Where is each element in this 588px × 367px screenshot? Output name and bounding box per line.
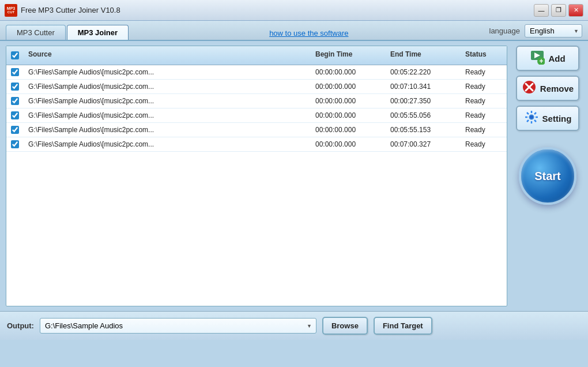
header-check <box>6 48 24 62</box>
add-button[interactable]: + Add <box>516 46 579 71</box>
setting-label: Setting <box>542 114 572 123</box>
header-status: Status <box>461 48 507 62</box>
row-check-cell <box>6 94 24 108</box>
file-table: Source Begin Time End Time Status G:\Fil… <box>6 46 507 306</box>
title-bar: MP3 CUT Free MP3 Cutter Joiner V10.8 — ❐… <box>0 0 588 21</box>
main-content: Source Begin Time End Time Status G:\Fil… <box>0 41 588 311</box>
row-begin-time-3: 00:00:00.000 <box>311 108 386 122</box>
header-begin-time: Begin Time <box>311 48 386 62</box>
svg-text:+: + <box>540 57 544 65</box>
language-select-wrapper: English Chinese French German Spanish <box>525 24 582 38</box>
row-status-0: Ready <box>461 65 507 79</box>
row-checkbox-3[interactable] <box>11 111 19 119</box>
remove-icon <box>522 80 537 98</box>
row-checkbox-0[interactable] <box>11 68 19 76</box>
row-checkbox-4[interactable] <box>11 126 19 134</box>
app-logo: MP3 CUT <box>5 4 17 17</box>
language-select[interactable]: English Chinese French German Spanish <box>525 24 582 38</box>
row-begin-time-5: 00:00:00.000 <box>311 137 386 151</box>
row-end-time-4: 00:05:55.153 <box>386 123 461 137</box>
table-row[interactable]: G:\Files\Sample Audios\[music2pc.com... … <box>6 94 507 108</box>
bottom-bar: Output: Browse Find Target <box>0 311 588 340</box>
row-status-3: Ready <box>461 108 507 122</box>
add-icon: + <box>530 50 545 68</box>
window-controls: — ❐ ✕ <box>534 4 583 17</box>
row-end-time-0: 00:05:22.220 <box>386 65 461 79</box>
output-path-wrapper <box>40 318 316 334</box>
row-end-time-1: 00:07:10.341 <box>386 80 461 93</box>
start-button[interactable]: Start <box>519 147 576 205</box>
row-checkbox-1[interactable] <box>11 83 19 91</box>
table-body: G:\Files\Sample Audios\[music2pc.com... … <box>6 65 507 152</box>
tab-bar: MP3 Cutter MP3 Joiner how to use the sof… <box>0 21 588 41</box>
row-source-5: G:\Files\Sample Audios\[music2pc.com... <box>24 137 311 151</box>
table-row[interactable]: G:\Files\Sample Audios\[music2pc.com... … <box>6 137 507 152</box>
row-source-2: G:\Files\Sample Audios\[music2pc.com... <box>24 94 311 108</box>
row-begin-time-1: 00:00:00.000 <box>311 80 386 93</box>
table-row[interactable]: G:\Files\Sample Audios\[music2pc.com... … <box>6 65 507 80</box>
help-link[interactable]: how to use the software <box>130 29 488 38</box>
row-source-4: G:\Files\Sample Audios\[music2pc.com... <box>24 123 311 137</box>
row-check-cell <box>6 65 24 79</box>
close-button[interactable]: ✕ <box>568 4 583 17</box>
remove-button[interactable]: Remove <box>516 76 579 101</box>
minimize-button[interactable]: — <box>534 4 549 17</box>
row-source-1: G:\Files\Sample Audios\[music2pc.com... <box>24 80 311 93</box>
select-all-checkbox[interactable] <box>11 51 19 59</box>
output-path-input[interactable] <box>40 318 316 334</box>
row-end-time-5: 00:07:00.327 <box>386 137 461 151</box>
row-check-cell <box>6 123 24 137</box>
start-button-area: Start <box>519 147 576 205</box>
app-title: Free MP3 Cutter Joiner V10.8 <box>21 6 534 14</box>
language-label: language <box>489 27 521 35</box>
table-row[interactable]: G:\Files\Sample Audios\[music2pc.com... … <box>6 80 507 94</box>
sidebar: + Add Remove <box>513 46 582 306</box>
setting-button[interactable]: Setting <box>516 106 579 131</box>
row-source-0: G:\Files\Sample Audios\[music2pc.com... <box>24 65 311 79</box>
row-checkbox-5[interactable] <box>11 140 19 148</box>
tab-mp3-joiner[interactable]: MP3 Joiner <box>67 25 129 40</box>
header-end-time: End Time <box>386 48 461 62</box>
tab-mp3-cutter[interactable]: MP3 Cutter <box>6 25 66 40</box>
table-row[interactable]: G:\Files\Sample Audios\[music2pc.com... … <box>6 123 507 137</box>
browse-button[interactable]: Browse <box>322 317 368 335</box>
remove-label: Remove <box>540 84 574 93</box>
row-end-time-3: 00:05:55.056 <box>386 108 461 122</box>
find-target-button[interactable]: Find Target <box>374 317 432 335</box>
header-source: Source <box>24 48 311 62</box>
row-source-3: G:\Files\Sample Audios\[music2pc.com... <box>24 108 311 122</box>
setting-icon <box>524 110 539 128</box>
row-check-cell <box>6 80 24 93</box>
row-check-cell <box>6 108 24 122</box>
row-status-2: Ready <box>461 94 507 108</box>
row-check-cell <box>6 137 24 151</box>
row-end-time-2: 00:00:27.350 <box>386 94 461 108</box>
row-begin-time-2: 00:00:00.000 <box>311 94 386 108</box>
table-row[interactable]: G:\Files\Sample Audios\[music2pc.com... … <box>6 108 507 123</box>
row-begin-time-4: 00:00:00.000 <box>311 123 386 137</box>
add-label: Add <box>548 54 565 63</box>
row-status-1: Ready <box>461 80 507 93</box>
row-status-4: Ready <box>461 123 507 137</box>
row-status-5: Ready <box>461 137 507 151</box>
table-header: Source Begin Time End Time Status <box>6 46 507 65</box>
start-label: Start <box>534 170 561 183</box>
output-label: Output: <box>7 321 34 330</box>
row-checkbox-2[interactable] <box>11 97 19 105</box>
restore-button[interactable]: ❐ <box>551 4 566 17</box>
row-begin-time-0: 00:00:00.000 <box>311 65 386 79</box>
